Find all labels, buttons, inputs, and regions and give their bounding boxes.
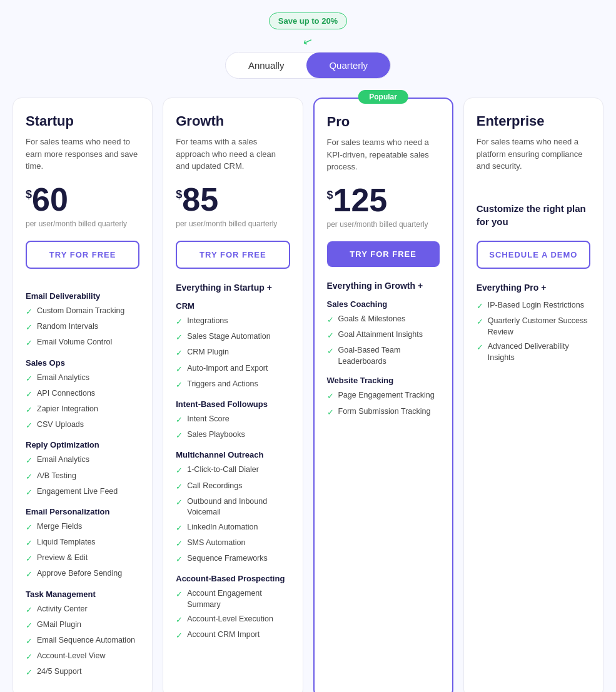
feature-text: Sequence Frameworks: [187, 553, 268, 564]
price-note-startup: per user/month billed quarterly: [26, 219, 139, 228]
feature-text: Preview & Edit: [37, 553, 88, 564]
check-icon: ✓: [26, 620, 33, 631]
section-title: Sales Coaching: [327, 299, 440, 309]
cta-button-pro[interactable]: TRY FOR FREE: [327, 241, 440, 267]
feature-text: Page Engagement Tracking: [338, 390, 435, 401]
plan-name-growth: Growth: [176, 113, 290, 129]
price-amount: 60: [32, 181, 68, 218]
feature-text: Account-Level View: [37, 651, 106, 662]
feature-item: ✓ CRM Plugin: [176, 347, 290, 359]
check-icon: ✓: [327, 314, 334, 326]
feature-item: ✓ A/B Testing: [26, 471, 139, 483]
check-icon: ✓: [26, 636, 33, 647]
plan-name-startup: Startup: [26, 113, 139, 129]
price-amount: 125: [333, 182, 388, 218]
feature-item: ✓ Advanced Deliverability Insights: [477, 341, 590, 363]
check-icon: ✓: [176, 589, 183, 600]
plan-desc-startup: For sales teams who need to earn more re…: [26, 136, 139, 173]
check-icon: ✓: [26, 667, 33, 678]
plan-card-enterprise: EnterpriseFor sales teams who need a pla…: [463, 98, 603, 692]
section-title: Sales Ops: [26, 358, 139, 368]
feature-item: ✓ Random Intervals: [26, 321, 139, 333]
check-icon: ✓: [26, 404, 33, 416]
plan-price-growth: $85: [176, 183, 290, 216]
feature-item: ✓ IP-Based Login Restrictions: [477, 300, 590, 312]
check-icon: ✓: [176, 497, 183, 508]
annually-toggle[interactable]: Annually: [226, 53, 307, 78]
feature-text: Sales Playbooks: [187, 429, 245, 441]
feature-text: Account-Level Execution: [187, 614, 273, 625]
feature-list: ✓ Merge Fields ✓ Liquid Templates ✓ Prev…: [26, 521, 139, 581]
feature-text: Goals & Milestones: [338, 314, 406, 325]
feature-list: ✓ Intent Score ✓ Sales Playbooks: [176, 414, 290, 441]
check-icon: ✓: [176, 465, 183, 476]
feature-list: ✓ Integrations ✓ Sales Stage Automation …: [176, 316, 290, 391]
feature-text: Auto-Import and Export: [187, 363, 268, 374]
feature-text: Email Analytics: [37, 454, 89, 466]
feature-item: ✓ Goals & Milestones: [327, 314, 440, 326]
feature-text: Activity Center: [37, 604, 88, 615]
feature-list: ✓ Activity Center ✓ GMail Plugin ✓ Email…: [26, 604, 139, 679]
quarterly-toggle[interactable]: Quarterly: [306, 53, 390, 78]
feature-text: Goal-Based Team Leaderboards: [338, 345, 440, 367]
feature-item: ✓ SMS Automation: [176, 538, 290, 549]
feature-item: ✓ Approve Before Sending: [26, 568, 139, 580]
section-title: Email Deliverability: [26, 291, 139, 301]
everything-plus-enterprise: Everything Pro +: [477, 283, 590, 293]
cta-button-enterprise[interactable]: SCHEDULE A DEMO: [477, 241, 590, 269]
feature-text: Liquid Templates: [37, 537, 96, 548]
plan-card-growth: GrowthFor teams with a sales approach wh…: [163, 98, 303, 692]
check-icon: ✓: [26, 569, 33, 580]
check-icon: ✓: [327, 407, 334, 418]
everything-plus-growth: Everything in Startup +: [176, 283, 290, 293]
feature-text: Intent Score: [187, 414, 229, 425]
feature-item: ✓ Account Engagement Summary: [176, 588, 290, 610]
arrow-icon: ↙: [301, 33, 315, 49]
check-icon: ✓: [26, 455, 33, 466]
check-icon: ✓: [26, 553, 33, 564]
feature-item: ✓ Sales Playbooks: [176, 429, 290, 441]
feature-item: ✓ 24/5 Support: [26, 666, 139, 678]
feature-text: 24/5 Support: [37, 666, 82, 678]
everything-plus-pro: Everything in Growth +: [327, 281, 440, 291]
feature-item: ✓ Email Analytics: [26, 373, 139, 384]
feature-item: ✓ Sequence Frameworks: [176, 553, 290, 565]
check-icon: ✓: [26, 538, 33, 549]
check-icon: ✓: [477, 316, 483, 328]
feature-item: ✓ Liquid Templates: [26, 537, 139, 549]
check-icon: ✓: [176, 379, 183, 391]
feature-list: ✓ Page Engagement Tracking ✓ Form Submis…: [327, 390, 440, 418]
feature-item: ✓ Email Sequence Automation: [26, 635, 139, 647]
feature-item: ✓ Custom Domain Tracking: [26, 306, 139, 318]
feature-item: ✓ API Connections: [26, 388, 139, 400]
feature-item: ✓ Goal Attainment Insights: [327, 329, 440, 341]
check-icon: ✓: [176, 481, 183, 493]
billing-section: Save up to 20% ↙ Annually Quarterly: [13, 13, 603, 79]
feature-list: ✓ Goals & Milestones ✓ Goal Attainment I…: [327, 314, 440, 367]
feature-text: Triggers and Actions: [187, 379, 258, 390]
plan-price-startup: $60: [26, 183, 139, 216]
check-icon: ✓: [26, 487, 33, 498]
check-icon: ✓: [176, 523, 183, 534]
plan-card-pro: PopularProFor sales teams who need a KPI…: [313, 98, 453, 692]
check-icon: ✓: [26, 522, 33, 533]
feature-item: ✓ Preview & Edit: [26, 553, 139, 564]
feature-item: ✓ Account-Level Execution: [176, 614, 290, 626]
check-icon: ✓: [26, 420, 33, 431]
feature-text: 1-Click-to-Call Dialer: [187, 464, 259, 476]
feature-list: ✓ 1-Click-to-Call Dialer ✓ Call Recordin…: [176, 464, 290, 565]
feature-item: ✓ CSV Uploads: [26, 419, 139, 431]
cta-button-growth[interactable]: TRY FOR FREE: [176, 241, 290, 269]
feature-item: ✓ Sales Stage Automation: [176, 331, 290, 343]
check-icon: ✓: [176, 414, 183, 426]
feature-item: ✓ Email Analytics: [26, 454, 139, 466]
feature-list: ✓ IP-Based Login Restrictions ✓ Quarterl…: [477, 300, 590, 363]
feature-item: ✓ Engagement Live Feed: [26, 486, 139, 498]
feature-text: Email Analytics: [37, 373, 89, 384]
check-icon: ✓: [327, 391, 334, 402]
check-icon: ✓: [26, 338, 33, 349]
feature-item: ✓ Auto-Import and Export: [176, 363, 290, 375]
feature-item: ✓ Merge Fields: [26, 521, 139, 533]
cta-button-startup[interactable]: TRY FOR FREE: [26, 241, 139, 269]
feature-list: ✓ Custom Domain Tracking ✓ Random Interv…: [26, 306, 139, 349]
